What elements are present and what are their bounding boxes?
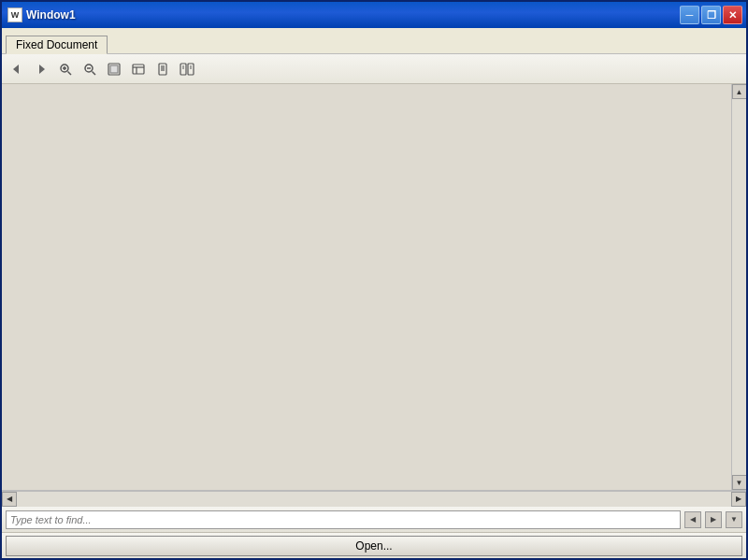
svg-rect-19	[188, 64, 194, 75]
two-page-icon	[180, 62, 194, 77]
svg-rect-14	[159, 64, 166, 75]
zoom-in-button[interactable]	[54, 58, 77, 80]
forward-icon	[34, 62, 49, 77]
document-view	[2, 84, 731, 490]
scrollbar-horizontal: ◀ ▶	[2, 491, 746, 506]
svg-marker-0	[13, 65, 19, 74]
one-page-icon	[155, 62, 170, 77]
find-next-button[interactable]: ▶	[705, 511, 722, 528]
find-input[interactable]	[6, 510, 681, 529]
tab-label: Fixed Document	[16, 38, 97, 51]
back-icon	[9, 62, 24, 77]
window-icon: W	[7, 7, 22, 22]
title-buttons: ─ ❐ ✕	[680, 6, 742, 24]
main-area: ▲ ▼	[2, 84, 746, 490]
zoom-out-icon	[82, 62, 97, 77]
svg-line-7	[93, 71, 96, 75]
bottom-area: ◀ ▶ ◀ ▶ ▼ Open...	[2, 490, 746, 558]
actual-size-icon	[131, 62, 146, 77]
fit-page-button[interactable]	[103, 58, 125, 80]
minimize-button[interactable]: ─	[680, 6, 699, 24]
two-page-button[interactable]	[176, 58, 198, 80]
forward-button[interactable]	[30, 58, 52, 80]
open-bar: Open...	[2, 532, 746, 558]
window-title: Window1	[26, 8, 76, 22]
one-page-button[interactable]	[151, 58, 174, 80]
actual-size-button[interactable]	[127, 58, 150, 80]
scroll-track-horizontal	[17, 492, 731, 507]
svg-rect-11	[133, 65, 144, 74]
svg-rect-10	[110, 65, 118, 73]
back-button[interactable]	[6, 58, 28, 80]
fit-page-icon	[107, 62, 122, 77]
svg-rect-18	[180, 64, 186, 75]
scroll-up-icon: ▲	[736, 88, 743, 96]
scroll-right-button[interactable]: ▶	[731, 492, 746, 507]
restore-button[interactable]: ❐	[701, 6, 721, 24]
main-window: W Window1 ─ ❐ ✕ Fixed Document	[0, 0, 748, 560]
svg-line-3	[68, 71, 72, 75]
scroll-down-button[interactable]: ▼	[732, 475, 747, 490]
scroll-track-right	[732, 99, 747, 475]
find-dropdown-icon: ▼	[730, 515, 738, 524]
tab-fixed-document[interactable]: Fixed Document	[6, 36, 108, 54]
find-bar: ◀ ▶ ▼	[2, 506, 746, 532]
toolbar	[2, 54, 746, 84]
title-bar-left: W Window1	[7, 7, 76, 22]
scrollbar-right: ▲ ▼	[731, 84, 746, 490]
scroll-down-icon: ▼	[736, 479, 743, 487]
scroll-left-icon: ◀	[7, 495, 12, 503]
find-dropdown-button[interactable]: ▼	[726, 511, 742, 528]
zoom-in-icon	[58, 62, 73, 77]
zoom-out-button[interactable]	[79, 58, 101, 80]
scroll-right-icon: ▶	[736, 495, 741, 503]
find-prev-button[interactable]: ◀	[684, 511, 701, 528]
title-bar: W Window1 ─ ❐ ✕	[2, 2, 746, 28]
scroll-left-button[interactable]: ◀	[2, 492, 17, 507]
close-button[interactable]: ✕	[723, 6, 742, 24]
find-prev-icon: ◀	[690, 515, 696, 524]
scroll-up-button[interactable]: ▲	[732, 84, 747, 99]
find-next-icon: ▶	[711, 515, 716, 524]
tab-bar: Fixed Document	[2, 28, 746, 54]
open-button-label: Open...	[355, 539, 392, 553]
svg-marker-1	[39, 65, 45, 74]
open-button[interactable]: Open...	[6, 536, 742, 556]
